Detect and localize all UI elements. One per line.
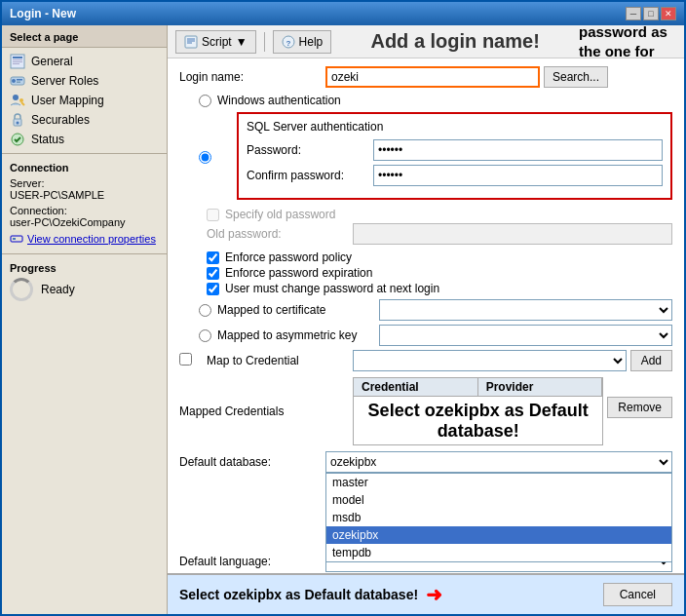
windows-auth-radio[interactable]	[199, 95, 211, 107]
default-database-label: Default database:	[179, 455, 325, 469]
old-password-row: Old password:	[207, 223, 672, 245]
connection-link-label: View connection properties	[27, 233, 156, 245]
user-must-change-checkbox[interactable]	[207, 283, 219, 295]
svg-rect-4	[13, 63, 19, 64]
enforce-expiration-label: Enforce password expiration	[225, 266, 372, 280]
mapped-cert-select[interactable]	[379, 299, 672, 321]
svg-rect-15	[11, 236, 22, 242]
dropdown-option-ozekipbx[interactable]: ozekipbx	[326, 526, 671, 544]
password-input[interactable]	[373, 139, 663, 161]
connection-title: Connection	[10, 162, 159, 173]
map-credential-row: Map to Credential Add	[179, 350, 672, 371]
minimize-button[interactable]: ─	[626, 7, 641, 20]
svg-rect-1	[13, 57, 22, 58]
cancel-button[interactable]: Cancel	[603, 583, 672, 606]
close-button[interactable]: ✕	[661, 7, 676, 20]
mapped-credentials-label: Mapped Credentials	[179, 404, 353, 418]
svg-point-6	[12, 79, 16, 83]
sidebar-item-server-roles[interactable]: Server Roles	[2, 71, 167, 91]
sidebar-section-header: Select a page	[2, 25, 167, 48]
auth-radio-group: Windows authentication SQL Server authen…	[199, 94, 672, 204]
general-icon	[10, 54, 25, 69]
sidebar-item-status[interactable]: Status	[2, 130, 167, 149]
link-icon	[10, 232, 23, 246]
svg-point-10	[19, 98, 23, 102]
mapped-asym-row: Mapped to asymmetric key	[199, 325, 672, 346]
script-label: Script	[202, 35, 232, 49]
specify-old-password-checkbox	[207, 209, 219, 221]
login-name-input[interactable]	[325, 66, 540, 88]
map-credential-select[interactable]	[353, 350, 627, 371]
bottom-bar: Select ozekipbx as Default database! ➜ C…	[168, 573, 684, 614]
window-body: Select a page General Server Roles	[2, 25, 684, 614]
user-must-change-label: User must change password at next login	[225, 282, 439, 295]
map-credential-checkbox[interactable]	[179, 353, 192, 366]
password-row: Password:	[247, 139, 663, 161]
credential-col-header: Credential	[354, 378, 478, 396]
enforce-expiration-row: Enforce password expiration	[207, 266, 672, 280]
server-roles-icon	[10, 73, 25, 89]
page-title-inline: Add a login name!	[335, 30, 575, 53]
svg-line-11	[21, 102, 24, 105]
maximize-button[interactable]: □	[643, 7, 659, 20]
sql-auth-radio[interactable]	[199, 151, 211, 164]
help-button[interactable]: ? Help	[273, 30, 332, 54]
windows-auth-label: Windows authentication	[217, 94, 341, 107]
titlebar-buttons: ─ □ ✕	[626, 7, 676, 20]
progress-title: Progress	[10, 262, 159, 274]
mapped-asym-radio[interactable]	[199, 329, 211, 342]
remove-button[interactable]: Remove	[607, 397, 672, 418]
script-icon	[184, 35, 198, 49]
sidebar-item-securables-label: Securables	[31, 113, 90, 127]
connection-value: user-PC\OzekiCompany	[10, 216, 126, 228]
add-button[interactable]: Add	[630, 350, 672, 371]
sql-auth-row: SQL Server authentication Password: Conf…	[199, 110, 672, 204]
svg-rect-17	[185, 36, 197, 48]
sidebar-item-user-mapping[interactable]: User Mapping	[2, 91, 167, 110]
confirm-password-input[interactable]	[373, 165, 663, 186]
svg-rect-3	[13, 61, 22, 62]
mapped-cert-radio[interactable]	[199, 304, 211, 317]
view-connection-link[interactable]: View connection properties	[10, 232, 159, 246]
mapped-cert-label: Mapped to certificate	[217, 303, 373, 317]
server-value: USER-PC\SAMPLE	[10, 189, 104, 201]
default-database-select[interactable]: master model msdb ozekipbx tempdb	[325, 451, 672, 473]
toolbar: Script ▼ ? Help Add a login name! The sa…	[168, 25, 684, 58]
dropdown-option-model[interactable]: model	[326, 491, 671, 509]
credentials-area: Mapped Credentials Credential Provider S	[179, 377, 672, 445]
old-password-label: Old password:	[207, 227, 353, 241]
old-password-input	[353, 223, 672, 245]
login-name-label: Login name:	[179, 70, 325, 84]
mapped-asym-label: Mapped to asymmetric key	[217, 328, 373, 342]
sidebar-items: General Server Roles User Mapping	[2, 48, 167, 153]
help-label: Help	[299, 35, 324, 49]
svg-rect-8	[17, 82, 20, 84]
center-annotation: Select ozekipbx as Default database!	[354, 397, 602, 445]
bottom-annotation-text: Select ozekipbx as Default database!	[179, 587, 418, 602]
dropdown-option-msdb[interactable]: msdb	[326, 509, 671, 526]
sidebar-item-securables[interactable]: Securables	[2, 110, 167, 130]
svg-point-13	[17, 122, 19, 125]
credentials-body: Select ozekipbx as Default database!	[353, 397, 603, 445]
status-icon	[10, 132, 25, 147]
enforce-expiration-checkbox[interactable]	[207, 267, 219, 280]
windows-auth-row: Windows authentication	[199, 94, 672, 107]
password-label: Password:	[247, 143, 373, 157]
default-database-row: Default database: master model msdb ozek…	[179, 451, 672, 473]
progress-status: Ready	[41, 283, 75, 296]
progress-row: Ready	[10, 278, 159, 301]
dropdown-option-tempdb[interactable]: tempdb	[326, 544, 671, 561]
mapped-credentials-label-row: Mapped Credentials Credential Provider S	[179, 377, 672, 445]
search-button[interactable]: Search...	[544, 66, 608, 88]
securables-icon	[10, 112, 25, 128]
svg-point-9	[13, 95, 19, 100]
dropdown-option-master[interactable]: master	[326, 474, 671, 491]
sql-auth-box-label: SQL Server authentication	[247, 120, 663, 134]
sidebar-item-general[interactable]: General	[2, 52, 167, 71]
script-button[interactable]: Script ▼	[175, 30, 256, 54]
mapped-asym-select[interactable]	[379, 325, 672, 346]
progress-spinner	[10, 278, 33, 301]
server-label-text: Server: USER-PC\SAMPLE	[10, 177, 159, 201]
help-icon: ?	[282, 35, 295, 49]
enforce-policy-checkbox[interactable]	[207, 251, 219, 264]
